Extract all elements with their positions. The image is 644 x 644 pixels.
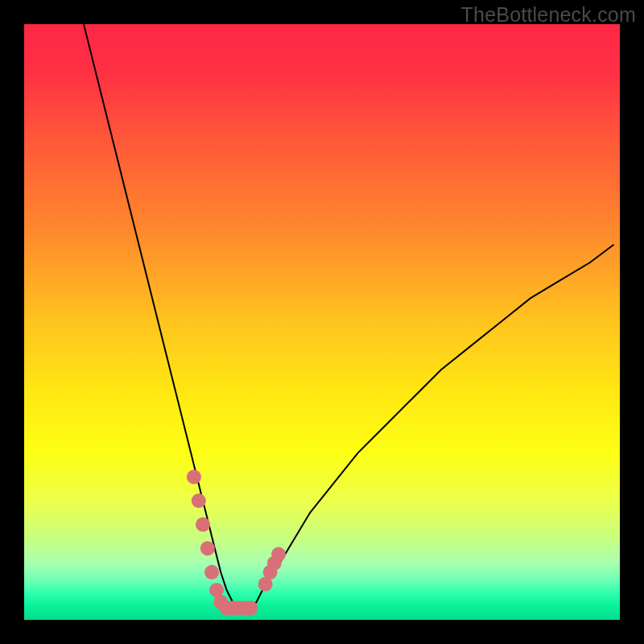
marker-dot	[204, 565, 219, 580]
marker-dot	[243, 601, 258, 615]
marker-dot	[187, 469, 201, 484]
marker-dot	[196, 518, 210, 532]
chart-frame: TheBottleneck.com	[0, 0, 644, 644]
bottleneck-chart	[24, 24, 620, 620]
plot-area	[24, 24, 620, 620]
watermark-text: TheBottleneck.com	[461, 3, 636, 27]
marker-dot	[200, 541, 215, 555]
gradient-background	[24, 24, 620, 620]
marker-dot	[192, 493, 206, 508]
marker-dot	[271, 547, 286, 562]
